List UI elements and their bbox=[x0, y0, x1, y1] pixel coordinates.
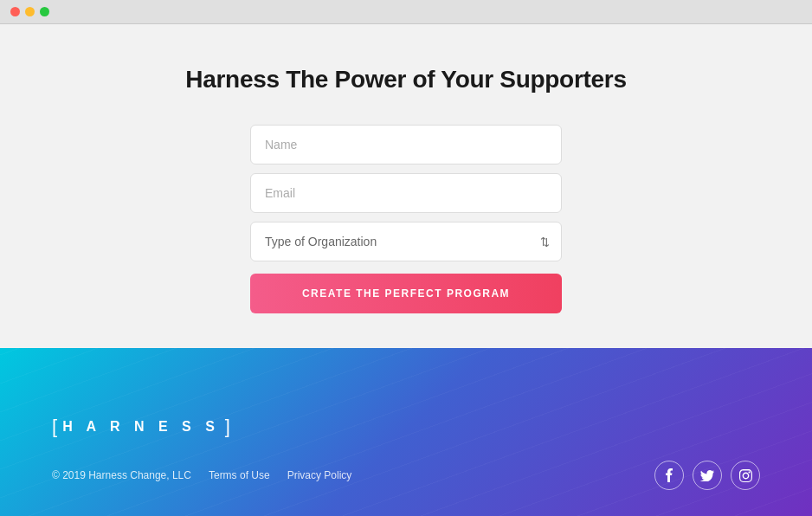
footer-bottom: © 2019 Harness Change, LLC Terms of Use … bbox=[52, 461, 760, 490]
footer-left: © 2019 Harness Change, LLC Terms of Use … bbox=[52, 469, 351, 481]
browser-chrome bbox=[0, 0, 812, 24]
signup-form: Type of Organization Nonprofit School Fa… bbox=[250, 125, 562, 313]
logo-bracket-left-icon: [ bbox=[52, 417, 57, 436]
org-type-wrapper: Type of Organization Nonprofit School Fa… bbox=[250, 222, 562, 261]
social-icons bbox=[654, 461, 760, 490]
create-program-button[interactable]: CREATE THE PERFECT PROGRAM bbox=[250, 274, 562, 313]
terms-of-use-link[interactable]: Terms of Use bbox=[209, 469, 270, 481]
footer: [ H A R N E S S ] © 2019 Harness Change,… bbox=[0, 348, 812, 516]
upper-section: Harness The Power of Your Supporters Typ… bbox=[0, 24, 812, 348]
org-type-select[interactable]: Type of Organization Nonprofit School Fa… bbox=[250, 222, 562, 261]
logo-text: H A R N E S S bbox=[62, 419, 220, 435]
page-title: Harness The Power of Your Supporters bbox=[185, 66, 626, 94]
harness-logo: [ H A R N E S S ] bbox=[52, 417, 760, 436]
browser-dot-green[interactable] bbox=[40, 7, 49, 16]
logo-bracket-right-icon: ] bbox=[225, 417, 230, 436]
browser-dot-yellow[interactable] bbox=[25, 7, 35, 16]
instagram-icon[interactable] bbox=[731, 461, 760, 490]
facebook-icon[interactable] bbox=[654, 461, 684, 490]
email-input[interactable] bbox=[250, 173, 562, 213]
browser-dot-red[interactable] bbox=[10, 7, 20, 16]
window-content: Harness The Power of Your Supporters Typ… bbox=[0, 24, 812, 516]
copyright-text: © 2019 Harness Change, LLC bbox=[52, 469, 191, 481]
name-input[interactable] bbox=[250, 125, 562, 164]
privacy-policy-link[interactable]: Privacy Policy bbox=[287, 469, 352, 481]
twitter-icon[interactable] bbox=[693, 461, 722, 490]
